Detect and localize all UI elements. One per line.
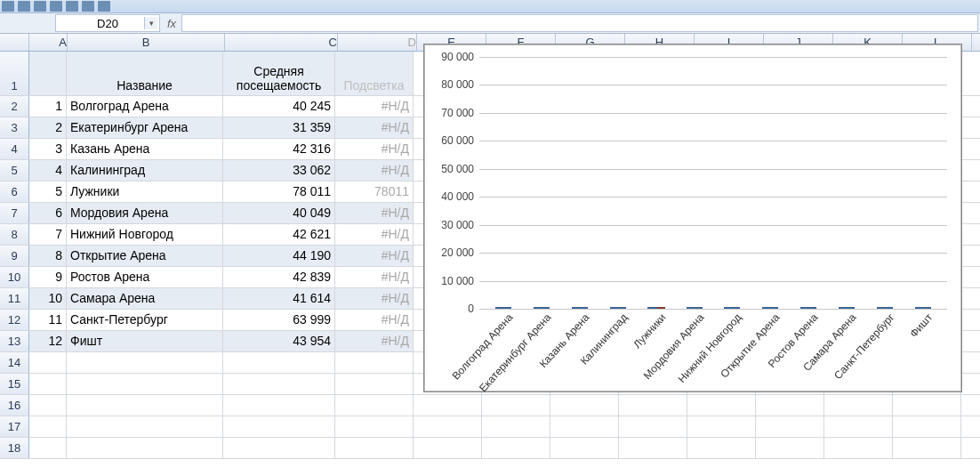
row-header[interactable]: 6 [0,182,29,202]
cell[interactable]: Самара Арена [67,288,223,309]
cell[interactable]: 9 [29,267,67,287]
cell[interactable]: Открытие Арена [67,246,223,266]
cell[interactable]: 4 [29,160,67,181]
cell[interactable]: #Н/Д [335,288,414,309]
row-header[interactable]: 1 [0,51,29,95]
row-header[interactable]: 3 [0,117,29,138]
cell[interactable] [223,374,335,394]
cell[interactable]: 78 011 [223,182,335,202]
cell[interactable]: Лужники [67,182,223,202]
cell[interactable]: #Н/Д [335,160,414,181]
cell[interactable] [687,438,756,458]
row-header[interactable]: 7 [0,203,29,223]
cell[interactable]: #Н/Д [335,96,414,117]
cell[interactable]: 6 [29,203,67,223]
cell[interactable]: Нижний Новгород [67,224,223,245]
cell[interactable]: 10 [29,288,67,309]
cell[interactable] [67,438,223,458]
cell[interactable] [29,395,67,416]
cell[interactable]: 7 [29,224,67,245]
cell[interactable] [893,416,961,437]
row-header[interactable]: 8 [0,224,29,245]
col-header[interactable]: B [68,34,225,51]
cell[interactable] [756,438,824,458]
cell[interactable]: 78011 [335,182,414,202]
cell[interactable] [29,416,67,437]
cell[interactable]: 11 [29,310,67,330]
cell[interactable]: #Н/Д [335,224,414,245]
cell[interactable] [335,416,414,437]
cell[interactable]: 1 [29,96,67,117]
cell[interactable] [687,416,756,437]
row-header[interactable]: 18 [0,438,29,458]
cell[interactable]: #Н/Д [335,310,414,330]
cell[interactable]: 63 999 [223,310,335,330]
row-header[interactable]: 16 [0,395,29,416]
cell[interactable]: 42 839 [223,267,335,287]
name-box[interactable]: D20 ▾ [55,14,160,32]
cell[interactable]: 2 [29,117,67,138]
row-header[interactable]: 10 [0,267,29,287]
cell[interactable]: Средняя посещаемость [223,51,335,95]
cell[interactable] [824,395,893,416]
cell[interactable] [223,352,335,373]
cell[interactable]: Казань Арена [67,139,223,159]
cell[interactable] [550,416,619,437]
cell[interactable] [335,438,414,458]
cell[interactable] [414,438,482,458]
cell[interactable]: 33 062 [223,160,335,181]
cell[interactable] [482,438,550,458]
cell[interactable] [756,395,824,416]
cell[interactable] [67,416,223,437]
fx-icon[interactable]: fx [167,17,176,30]
cell[interactable] [67,395,223,416]
cell[interactable] [414,395,482,416]
cell[interactable]: #Н/Д [335,117,414,138]
name-box-dropdown-icon[interactable]: ▾ [144,17,157,29]
cell[interactable]: 40 049 [223,203,335,223]
cell[interactable] [893,438,961,458]
cell[interactable]: #Н/Д [335,246,414,266]
cell[interactable]: Екатеринбург Арена [67,117,223,138]
cell[interactable] [482,395,550,416]
col-header[interactable]: D [338,34,417,51]
row-header[interactable]: 12 [0,310,29,330]
cell[interactable]: 12 [29,331,67,351]
worksheet[interactable]: A B C D E F G H I J K L 1НазваниеСредняя… [0,34,980,468]
cell[interactable] [550,395,619,416]
cell[interactable]: Мордовия Арена [67,203,223,223]
cell[interactable]: 43 954 [223,331,335,351]
cell[interactable] [550,438,619,458]
embedded-chart[interactable]: Волгоград АренаЕкатеринбург АренаКазань … [423,44,962,392]
row-header[interactable]: 15 [0,374,29,394]
row-header[interactable]: 4 [0,139,29,159]
row-header[interactable]: 17 [0,416,29,437]
row-header[interactable]: 9 [0,246,29,266]
cell[interactable] [335,352,414,373]
cell[interactable]: Фишт [67,331,223,351]
col-header[interactable]: A [29,34,68,51]
cell[interactable] [482,416,550,437]
cell[interactable]: Волгоград Арена [67,96,223,117]
cell[interactable] [824,416,893,437]
row-header[interactable]: 2 [0,96,29,117]
cell[interactable] [619,395,687,416]
cell[interactable] [67,374,223,394]
cell[interactable] [756,416,824,437]
cell[interactable] [67,352,223,373]
row-header[interactable]: 11 [0,288,29,309]
cell[interactable]: #Н/Д [335,331,414,351]
cell[interactable]: Название [67,51,223,95]
cell[interactable] [29,374,67,394]
quick-access-toolbar[interactable] [0,0,980,13]
cell[interactable] [687,395,756,416]
cell[interactable] [335,395,414,416]
cell[interactable]: Калининград [67,160,223,181]
cell[interactable]: 5 [29,182,67,202]
cell[interactable]: 8 [29,246,67,266]
cell[interactable]: #Н/Д [335,139,414,159]
cell[interactable]: 31 359 [223,117,335,138]
select-all-corner[interactable] [0,34,29,51]
cell[interactable] [223,438,335,458]
cell[interactable]: #Н/Д [335,267,414,287]
